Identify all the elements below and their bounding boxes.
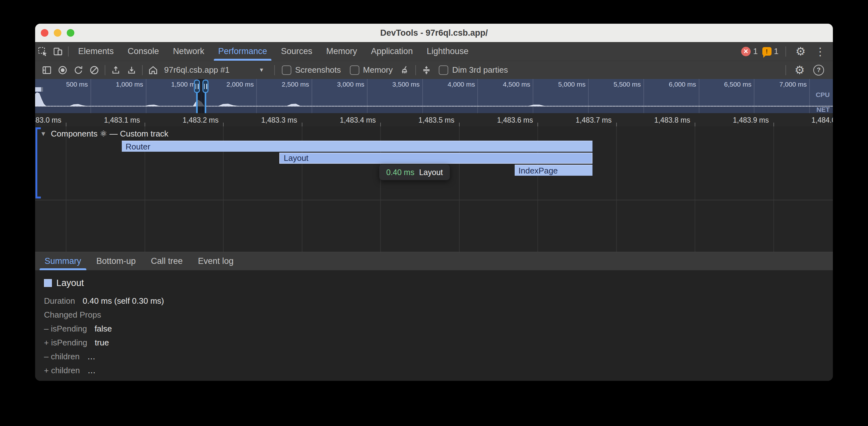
memory-label: Memory	[363, 65, 393, 75]
tab-lighthouse[interactable]: Lighthouse	[420, 42, 475, 61]
flame-bar-indexpage[interactable]: IndexPage	[515, 165, 592, 176]
selection-right-handle[interactable]	[203, 79, 209, 93]
ruler-tick-label: 1,483.4 ms	[325, 116, 376, 125]
summary-row-label: Changed Props	[44, 310, 101, 320]
detail-time-ruler: 1,483.0 ms1,483.1 ms1,483.2 ms1,483.3 ms…	[35, 113, 833, 126]
flame-gridline	[66, 126, 66, 252]
home-icon[interactable]	[146, 63, 160, 77]
summary-row-label: Duration	[44, 296, 75, 305]
handle-grip	[198, 84, 199, 89]
summary-row: Duration0.40 ms (self 0.30 ms)	[44, 294, 824, 308]
summary-row: – children…	[44, 350, 824, 363]
tab-elements[interactable]: Elements	[71, 42, 121, 61]
ruler-tick-label: 1,483.3 ms	[247, 116, 297, 125]
overview-left-marker	[35, 87, 41, 92]
summary-row-value: false	[95, 324, 112, 333]
more-options-kebab-icon[interactable]: ⋮	[813, 44, 828, 59]
detail-tab-bottom-up[interactable]: Bottom-up	[89, 252, 144, 270]
handle-grip	[206, 84, 207, 89]
tab-console[interactable]: Console	[121, 42, 166, 61]
flame-chart[interactable]: ▼ Components ⚛ — Custom track RouterLayo…	[35, 126, 833, 252]
selection-right-line[interactable]	[205, 90, 206, 113]
summary-row: + children…	[44, 363, 824, 377]
net-lane-label: NET	[816, 106, 830, 113]
ruler-tick-label: 1,483.1 ms	[90, 116, 140, 125]
capture-settings-gear-icon[interactable]: ⚙	[793, 63, 807, 77]
summary-row: + isPendingtrue	[44, 336, 824, 350]
panel-tabs: ElementsConsoleNetworkPerformanceSources…	[71, 42, 475, 61]
tabbar-right: ✕ 1 ! 1 ⚙ ⋮	[741, 44, 833, 59]
ruler-tick	[537, 123, 538, 126]
load-profile-icon[interactable]	[108, 63, 123, 77]
device-toolbar-button[interactable]	[50, 44, 65, 59]
minimize-button[interactable]	[54, 29, 61, 37]
toolbar-right: ⚙ ?	[783, 63, 829, 77]
collapse-triangle-icon[interactable]: ▼	[40, 130, 46, 137]
window-title: DevTools - 97r6ql.csb.app/	[35, 28, 833, 38]
dim-3rd-parties-label: Dim 3rd parties	[452, 65, 508, 75]
chevron-down-icon: ▼	[259, 67, 264, 73]
divider	[68, 46, 69, 57]
record-button[interactable]	[55, 63, 70, 77]
save-profile-icon[interactable]	[124, 63, 139, 77]
selection-left-line[interactable]	[196, 90, 198, 113]
summary-row-label: + children	[44, 366, 80, 375]
summary-panel: Layout Duration0.40 ms (self 0.30 ms)Cha…	[35, 270, 833, 381]
tab-application[interactable]: Application	[364, 42, 420, 61]
track-label: Components ⚛ — Custom track	[51, 129, 168, 139]
flame-bar-layout[interactable]: Layout	[279, 153, 592, 164]
divider	[785, 65, 786, 75]
titlebar: DevTools - 97r6ql.csb.app/	[35, 24, 833, 42]
summary-title: Layout	[56, 278, 84, 288]
summary-row: – isPendingfalse	[44, 322, 824, 336]
ruler-tick	[302, 123, 302, 126]
tab-sources[interactable]: Sources	[274, 42, 319, 61]
toggle-sidebar-icon[interactable]	[39, 63, 54, 77]
target-selector[interactable]: 97r6ql.csb.app #1 ▼	[164, 65, 269, 75]
detail-tab-event-log[interactable]: Event log	[190, 252, 241, 270]
summary-row-label: – children	[44, 352, 80, 361]
tab-memory[interactable]: Memory	[319, 42, 364, 61]
flame-gridline	[616, 126, 617, 252]
issue-count: 1	[774, 46, 778, 56]
timeline-overview[interactable]: 500 ms1,000 ms1,500 ms2,000 ms2,500 ms3,…	[35, 79, 833, 113]
dim-3rd-parties-checkbox[interactable]: Dim 3rd parties	[439, 65, 508, 75]
selection-left-handle[interactable]	[194, 79, 200, 93]
issues-badge[interactable]: ! 1	[762, 46, 778, 56]
ruler-tick-label: 1,483.8 ms	[640, 116, 690, 125]
ruler-tick	[66, 123, 66, 126]
track-separator	[35, 200, 833, 200]
summary-row-value: true	[95, 338, 109, 347]
divider	[274, 65, 275, 75]
clear-button[interactable]	[87, 63, 101, 77]
close-button[interactable]	[41, 29, 49, 37]
console-errors-badge[interactable]: ✕ 1	[741, 46, 757, 56]
tab-network[interactable]: Network	[166, 42, 211, 61]
record-and-reload-button[interactable]	[71, 63, 86, 77]
help-icon[interactable]: ?	[811, 63, 826, 77]
detail-tab-summary[interactable]: Summary	[37, 252, 89, 270]
error-count: 1	[753, 46, 757, 56]
screenshots-checkbox[interactable]: Screenshots	[282, 65, 341, 75]
tab-performance[interactable]: Performance	[211, 42, 274, 61]
entry-tooltip: 0.40 ms Layout	[379, 164, 450, 180]
track-header[interactable]: ▼ Components ⚛ — Custom track	[40, 129, 168, 139]
issue-icon: !	[762, 47, 772, 56]
summary-row-label: + isPending	[44, 338, 87, 347]
performance-toolbar: 97r6ql.csb.app #1 ▼ Screenshots Memory	[35, 61, 833, 79]
settings-gear-icon[interactable]: ⚙	[793, 44, 808, 59]
collect-garbage-icon[interactable]	[398, 63, 412, 77]
divider	[415, 65, 416, 75]
flame-bar-router[interactable]: Router	[122, 141, 592, 152]
detail-tab-call-tree[interactable]: Call tree	[143, 252, 190, 270]
checkbox-box	[439, 65, 448, 75]
zoom-button[interactable]	[67, 29, 74, 37]
cpu-lane-label: CPU	[816, 91, 830, 99]
tooltip-duration: 0.40 ms	[386, 168, 414, 177]
collapse-sections-icon[interactable]	[419, 63, 434, 77]
inspect-element-button[interactable]	[35, 44, 50, 59]
ruler-tick	[380, 123, 381, 126]
memory-checkbox[interactable]: Memory	[350, 65, 393, 75]
summary-row-value: …	[87, 352, 96, 361]
checkbox-box	[282, 65, 291, 75]
